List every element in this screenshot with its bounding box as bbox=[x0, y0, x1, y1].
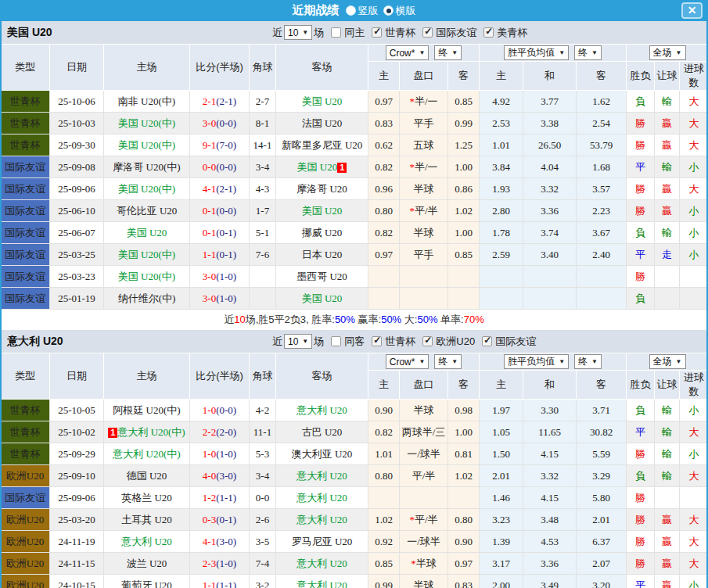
match-count-select[interactable]: 10▼ bbox=[284, 334, 312, 349]
filter-matches-label: 场 bbox=[314, 335, 324, 349]
avg-draw: 3.48 bbox=[523, 509, 577, 531]
team-label: 澳大利亚 U20 bbox=[292, 448, 353, 460]
result-wdl: 勝 bbox=[627, 134, 655, 156]
avg-home: 1.78 bbox=[480, 222, 523, 244]
competition-checkbox[interactable] bbox=[422, 27, 433, 38]
close-button[interactable]: ✕ bbox=[681, 2, 703, 19]
odds-away: 0.86 bbox=[448, 178, 480, 200]
result-wdl: 勝 bbox=[627, 266, 655, 288]
full-time-select[interactable]: 全场▼ bbox=[649, 45, 686, 60]
summary-part: 10 bbox=[234, 314, 245, 325]
team-label: 墨西哥 U20 bbox=[296, 271, 347, 282]
team-label: 美国 U20 bbox=[302, 95, 343, 107]
col-avg-draw: 和 bbox=[523, 62, 577, 91]
col-handicap-result: 让球 bbox=[655, 371, 680, 400]
competition-checkbox[interactable] bbox=[422, 336, 433, 346]
competition-checkbox[interactable] bbox=[372, 27, 382, 38]
layout-radio-horizontal-label[interactable]: 横版 bbox=[396, 4, 416, 18]
chevron-down-icon: ▼ bbox=[591, 49, 598, 56]
bookmaker-select[interactable]: Crow*▼ bbox=[386, 354, 429, 369]
result-goals: 大 bbox=[680, 421, 708, 443]
layout-radio-vertical[interactable] bbox=[346, 5, 356, 16]
handicap-line bbox=[400, 288, 448, 310]
avg-home: 3.17 bbox=[480, 553, 523, 575]
record-summary: 近10场,胜5平2负3, 胜率:50% 赢率:50% 大:50% 单率:70% bbox=[0, 310, 708, 330]
full-time-select[interactable]: 全场▼ bbox=[649, 354, 686, 369]
handicap-line: 两球半/三 bbox=[400, 421, 448, 443]
home-team: 美国 U20(中) bbox=[104, 134, 190, 156]
bookmaker-select[interactable]: Crow*▼ bbox=[386, 45, 429, 60]
wdl-average-select[interactable]: 胜平负均值▼ bbox=[504, 354, 569, 369]
home-team: 美国 U20(中) bbox=[104, 113, 190, 134]
wdl-average-select[interactable]: 胜平负均值▼ bbox=[504, 45, 569, 60]
avg-final-select[interactable]: 终▼ bbox=[574, 354, 602, 369]
match-date: 24-11-19 bbox=[50, 531, 104, 553]
away-team: 意大利 U20 bbox=[276, 487, 368, 509]
away-team: 意大利 U20 bbox=[276, 509, 368, 531]
avg-draw: 4.04 bbox=[523, 156, 577, 178]
result-handicap: 贏 bbox=[655, 531, 680, 553]
avg-draw: 3.36 bbox=[523, 553, 577, 575]
same-venue-label: 同主 bbox=[344, 26, 365, 40]
summary-part: 50% bbox=[417, 314, 437, 325]
avg-home: 2.00 bbox=[480, 575, 523, 588]
home-team: 摩洛哥 U20(中) bbox=[104, 156, 190, 178]
odds-home: 0.96 bbox=[368, 178, 400, 200]
odds-final-select[interactable]: 终▼ bbox=[434, 354, 462, 369]
odds-home: 0.62 bbox=[368, 134, 400, 156]
match-count-select[interactable]: 10▼ bbox=[284, 25, 312, 40]
handicap-line: 半球 bbox=[400, 178, 448, 200]
odds-final-select[interactable]: 终▼ bbox=[434, 45, 462, 60]
match-row: 欧洲U20 24-11-15 波兰 U20 2-3(1-0) 7-4 意大利 U… bbox=[1, 553, 708, 575]
col-away: 客场 bbox=[276, 45, 368, 91]
avg-draw: 3.40 bbox=[523, 244, 577, 266]
result-group-header: 全场▼ bbox=[627, 45, 708, 62]
dialog-title: 近期战绩 bbox=[293, 3, 340, 18]
competition-type: 欧洲U20 bbox=[1, 531, 50, 553]
layout-radio-vertical-label[interactable]: 竖版 bbox=[358, 4, 379, 18]
score: 4-1(3-0) bbox=[190, 531, 250, 553]
score: 3-0(1-0) bbox=[190, 266, 250, 288]
same-venue-checkbox[interactable] bbox=[331, 336, 341, 346]
avg-away: 3.20 bbox=[577, 575, 627, 588]
avg-draw: 3.32 bbox=[523, 465, 577, 487]
result-goals bbox=[680, 266, 708, 288]
result-handicap: 贏 bbox=[655, 200, 680, 222]
competition-type: 欧洲U20 bbox=[1, 509, 50, 531]
competition-checkbox[interactable] bbox=[483, 27, 494, 38]
team-label: 德国 U20 bbox=[127, 470, 167, 482]
col-avg-away: 客 bbox=[577, 371, 627, 400]
odds-away bbox=[448, 288, 480, 310]
competition-type: 世青杯 bbox=[1, 421, 50, 443]
odds-home: 0.97 bbox=[368, 244, 400, 266]
team-label: 美国 U20(中) bbox=[118, 139, 175, 151]
col-date: 日期 bbox=[50, 353, 104, 400]
col-score: 比分(半场) bbox=[190, 353, 250, 400]
team-label: 美国 U20 bbox=[297, 161, 338, 173]
avg-away bbox=[577, 266, 627, 288]
match-row: 世青杯 25-10-06 南非 U20(中) 2-1(2-1) 2-7 美国 U… bbox=[1, 91, 708, 113]
match-date: 25-03-23 bbox=[50, 266, 104, 288]
same-venue-checkbox[interactable] bbox=[331, 27, 341, 38]
score: 0-1(0-0) bbox=[190, 200, 250, 222]
away-team: 美国 U201 bbox=[276, 156, 368, 178]
avg-away: 2.40 bbox=[577, 244, 627, 266]
team-label: 美国 U20(中) bbox=[118, 271, 175, 282]
chevron-down-icon: ▼ bbox=[302, 29, 308, 36]
competition-type: 国际友谊 bbox=[1, 156, 50, 178]
handicap-line: 半球 bbox=[400, 400, 448, 421]
avg-away: 5.59 bbox=[577, 443, 627, 465]
competition-type: 国际友谊 bbox=[1, 288, 50, 310]
odds-home bbox=[368, 266, 400, 288]
competition-checkbox[interactable] bbox=[372, 336, 382, 346]
avg-away: 3.71 bbox=[577, 400, 627, 421]
avg-home: 1.93 bbox=[480, 178, 523, 200]
match-row: 国际友谊 25-09-08 摩洛哥 U20(中) 0-0(0-0) 3-4 美国… bbox=[1, 156, 708, 178]
layout-radio-horizontal[interactable] bbox=[383, 5, 394, 16]
corners: 0-0 bbox=[250, 487, 276, 509]
live-badge: 1 bbox=[108, 428, 117, 438]
odds-home: 0.90 bbox=[368, 400, 400, 421]
avg-final-select[interactable]: 终▼ bbox=[574, 45, 602, 60]
score: 1-2(1-1) bbox=[190, 487, 250, 509]
competition-checkbox[interactable] bbox=[482, 336, 492, 346]
